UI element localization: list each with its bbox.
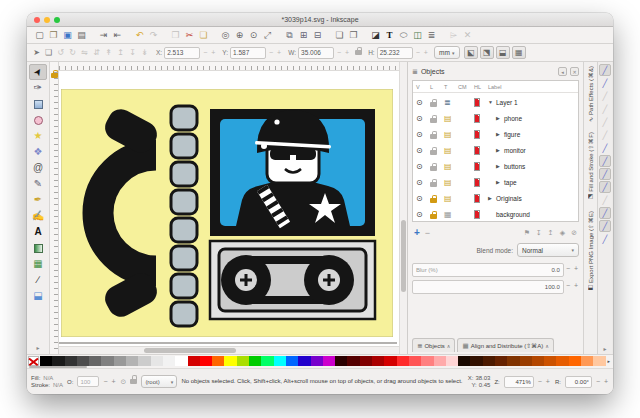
snap-option-14-icon[interactable]: ╱ (599, 233, 611, 245)
touch-selection-icon[interactable]: ❏ (43, 47, 54, 59)
spray-dialog-icon[interactable]: ⬭ (397, 29, 410, 42)
palette-swatch[interactable] (224, 356, 236, 366)
calligraphy-tool[interactable]: ✒ (29, 192, 47, 208)
dock-float-button[interactable]: ◂ (558, 67, 567, 76)
palette-swatch[interactable] (40, 356, 52, 366)
flip-horizontal-icon[interactable]: ⇋ (79, 47, 90, 59)
selector-tool[interactable]: ➤ (29, 64, 47, 80)
mesh-tool[interactable]: ▦ (29, 256, 47, 272)
group-icon[interactable]: ❏ (333, 29, 346, 42)
current-layer-dropdown[interactable]: (root) ▾ (141, 375, 177, 388)
layer-lock-icon[interactable] (130, 379, 137, 385)
highlight-swatch[interactable] (474, 205, 488, 223)
blur-slider[interactable]: Blur (%) 0.0 (412, 263, 564, 277)
snap-option-3-icon[interactable]: ╱ (599, 90, 611, 102)
xml-editor-icon[interactable]: ◫ (411, 29, 424, 42)
move-gradients-toggle[interactable]: ⬓ (496, 46, 510, 59)
expander-icon[interactable]: ▶ (496, 179, 502, 185)
add-layer-button[interactable]: + (414, 227, 420, 238)
node-tool[interactable]: ✑ (29, 80, 47, 96)
palette-swatch[interactable] (495, 356, 507, 366)
horizontal-scrollbar-thumb[interactable] (144, 348, 236, 353)
eye-icon[interactable]: ⊙ (416, 178, 430, 187)
cut-icon[interactable]: ✂ (183, 29, 196, 42)
undo-icon[interactable]: ↶ (133, 29, 146, 42)
zoom-drawing-icon[interactable]: ⊕ (233, 29, 246, 42)
palette-swatch[interactable] (446, 356, 458, 366)
print-document-icon[interactable]: ▤ (75, 29, 88, 42)
snap-option-4-icon[interactable]: ╱ (599, 103, 611, 115)
palette-swatch[interactable] (212, 356, 224, 366)
unit-dropdown[interactable]: mm ▾ (434, 46, 460, 59)
table-row[interactable]: ⊙▤▶buttons (413, 157, 578, 173)
palette-swatch[interactable] (507, 356, 519, 366)
delete-object-icon[interactable]: ⊘ (571, 229, 577, 237)
palette-swatch[interactable] (249, 356, 261, 366)
palette-swatch[interactable] (261, 356, 273, 366)
palette-swatch[interactable] (360, 356, 372, 366)
object-label[interactable]: background (488, 211, 578, 218)
palette-scrollbar[interactable] (29, 366, 87, 368)
eye-icon[interactable]: ⊙ (416, 194, 430, 203)
palette-swatch[interactable] (311, 356, 323, 366)
palette-swatch[interactable] (65, 356, 77, 366)
palette-swatch[interactable] (151, 356, 163, 366)
bucket-tool[interactable]: ⬓ (29, 288, 47, 304)
align-dialog-icon[interactable]: ⌲ (447, 29, 460, 42)
open-document-icon[interactable]: ❐ (47, 29, 60, 42)
eye-icon[interactable]: ⊙ (416, 162, 430, 171)
palette-swatch[interactable] (409, 356, 421, 366)
ellipse-tool[interactable] (29, 112, 47, 128)
lower-to-bottom-icon[interactable]: ↡ (139, 47, 150, 59)
palette-swatch[interactable] (458, 356, 470, 366)
h-field[interactable]: 25.232 (377, 47, 413, 59)
horizontal-ruler[interactable] (59, 62, 399, 71)
solo-flag-icon[interactable]: ⚑ (524, 229, 530, 237)
vertical-ruler[interactable] (50, 62, 59, 354)
vertical-scrollbar[interactable] (399, 62, 407, 354)
rotate-ccw-icon[interactable]: ↺ (55, 47, 66, 59)
duplicate-object-icon[interactable]: ◈ (560, 229, 565, 237)
palette-swatch[interactable] (126, 356, 138, 366)
palette-swatch[interactable] (347, 356, 359, 366)
palette-swatch[interactable] (569, 356, 581, 366)
y-field[interactable]: 1.587 (230, 47, 266, 59)
ungroup-icon[interactable]: ❐ (347, 29, 360, 42)
expander-icon[interactable]: ▶ (496, 131, 502, 137)
dock-close-button[interactable]: ✕ (570, 67, 579, 76)
palette-swatch[interactable] (397, 356, 409, 366)
zoom-fit-icon[interactable]: ⤢ (261, 29, 274, 42)
object-label[interactable]: ▶buttons (488, 163, 578, 170)
palette-swatch[interactable] (114, 356, 126, 366)
save-document-icon[interactable]: ▣ (61, 29, 74, 42)
palette-swatch[interactable] (101, 356, 113, 366)
palette-swatch[interactable] (434, 356, 446, 366)
x-spinner[interactable]: − + (203, 49, 216, 56)
snap-option-5-icon[interactable]: ╱ (599, 116, 611, 128)
copy-icon[interactable]: ❐ (169, 29, 182, 42)
object-label[interactable]: ▼Layer 1 (488, 99, 578, 106)
opacity-spinner[interactable]: − + (566, 282, 579, 289)
table-row[interactable]: ⊙▤▶figure (413, 125, 578, 141)
toolbox-overflow-icon[interactable]: ▸ (36, 344, 39, 351)
palette-swatch[interactable] (384, 356, 396, 366)
palette-swatch[interactable] (52, 356, 64, 366)
tab-align-distribute[interactable]: ▦ Align and Distribute (⇧⌘A) ∧ (457, 338, 554, 352)
paintbrush-tool[interactable]: ✍ (29, 208, 47, 224)
object-label[interactable]: ▶phone (488, 115, 578, 122)
w-field[interactable]: 35.006 (298, 47, 334, 59)
lower-icon[interactable]: ↧ (127, 47, 138, 59)
snap-option-11-icon[interactable]: ╱ (599, 194, 611, 206)
palette-swatch[interactable] (188, 356, 200, 366)
move-up-icon[interactable]: ↥ (548, 229, 554, 237)
table-row[interactable]: ⊙▤▶tape (413, 173, 578, 189)
gradient-tool[interactable] (29, 240, 47, 256)
blur-spinner[interactable]: − + (566, 265, 579, 272)
w-spinner[interactable]: − + (337, 49, 350, 56)
palette-swatch[interactable] (581, 356, 593, 366)
lock-ratio-icon[interactable] (355, 49, 362, 56)
eye-icon[interactable]: ⊙ (416, 146, 430, 155)
canvas-viewport[interactable] (59, 71, 399, 346)
palette-swatch[interactable] (89, 356, 101, 366)
close-dialog-icon[interactable]: ✕ (461, 29, 474, 42)
